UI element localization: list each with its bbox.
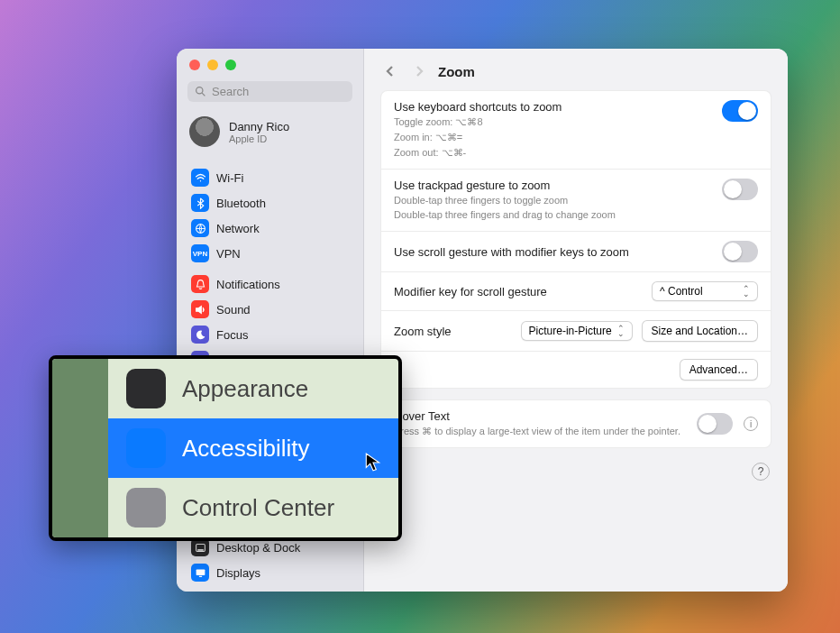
fullscreen-window-button[interactable] (225, 60, 236, 70)
zoom-style-value: Picture-in-Picture (529, 325, 612, 337)
sidebar-item-displays[interactable]: Displays (187, 560, 352, 585)
sidebar-item-label: Bluetooth (216, 197, 266, 210)
sound-icon (191, 300, 209, 318)
info-icon[interactable]: i (744, 417, 758, 431)
hover-text-panel: Hover Text Press ⌘ to display a large-te… (380, 399, 772, 448)
kb-shortcuts-line3: Zoom out: ⌥⌘- (394, 146, 711, 160)
hover-text-sub: Press ⌘ to display a large-text view of … (394, 425, 686, 438)
bluetooth-icon (191, 194, 209, 212)
cursor-icon (364, 453, 382, 476)
appearance-icon (126, 369, 166, 408)
modifier-key-value: ^ Control (660, 285, 703, 298)
account-name: Danny Rico (229, 120, 289, 133)
vpn-icon: VPN (191, 244, 209, 262)
pip-item-control-center[interactable]: Control Center (108, 478, 398, 537)
zoom-style-label: Zoom style (394, 325, 452, 338)
search-icon (195, 86, 206, 97)
kb-shortcuts-toggle[interactable] (722, 100, 758, 122)
sidebar-item-focus[interactable]: Focus (187, 322, 352, 347)
hover-text-toggle[interactable] (697, 413, 733, 435)
forward-button[interactable] (409, 61, 429, 81)
pip-item-accessibility[interactable]: Accessibility (108, 418, 398, 478)
titlebar: Zoom (364, 49, 788, 90)
sidebar-item-label: Displays (216, 566, 260, 580)
page-title: Zoom (438, 64, 475, 79)
kb-shortcuts-line1: Toggle zoom: ⌥⌘8 (394, 115, 711, 129)
pip-item-label: Appearance (182, 375, 308, 403)
search-placeholder: Search (212, 85, 249, 98)
sidebar-item-label: Notifications (216, 278, 280, 291)
zoom-pip-overlay: AppearanceAccessibilityControl Center (49, 355, 402, 541)
sidebar-item-sound[interactable]: Sound (187, 297, 352, 322)
sidebar-item-vpn[interactable]: VPNVPN (187, 241, 352, 266)
pip-edge (52, 359, 108, 537)
focus-icon (191, 326, 209, 344)
displays-icon (191, 564, 209, 582)
trackpad-gesture-toggle[interactable] (722, 179, 758, 200)
trackpad-line1: Double-tap three fingers to toggle zoom (394, 194, 711, 207)
chevron-updown-icon: ⌃⌄ (617, 326, 625, 336)
svg-rect-15 (196, 569, 205, 575)
help-button[interactable]: ? (752, 463, 770, 481)
pip-item-appearance[interactable]: Appearance (108, 359, 398, 418)
scroll-gesture-toggle[interactable] (722, 241, 758, 262)
hover-text-label: Hover Text (394, 409, 686, 423)
trackpad-line2: Double-tap three fingers and drag to cha… (394, 208, 711, 222)
network-icon (191, 219, 209, 237)
desktop-background: Search Danny Rico Apple ID Wi-FiBluetoot… (0, 0, 840, 633)
sidebar-item-network[interactable]: Network (187, 216, 352, 241)
pip-item-label: Accessibility (182, 435, 310, 463)
svg-rect-14 (197, 549, 204, 551)
sidebar-item-label: Focus (216, 328, 248, 342)
wifi-icon (191, 169, 209, 187)
trackpad-gesture-label: Use trackpad gesture to zoom (394, 179, 711, 192)
svg-point-0 (196, 87, 203, 94)
zoom-style-select[interactable]: Picture-in-Picture ⌃⌄ (521, 321, 633, 341)
chevron-updown-icon: ⌃⌄ (743, 286, 750, 297)
zoom-settings-panel: Use keyboard shortcuts to zoom Toggle zo… (380, 90, 772, 389)
sidebar-item-bluetooth[interactable]: Bluetooth (187, 190, 352, 216)
dock-icon (191, 538, 209, 556)
back-button[interactable] (380, 61, 400, 81)
avatar (189, 116, 220, 147)
kb-shortcuts-line2: Zoom in: ⌥⌘= (394, 131, 711, 144)
sidebar-item-label: Network (216, 222, 260, 235)
window-controls (187, 56, 352, 81)
minimize-window-button[interactable] (207, 60, 218, 70)
size-location-button[interactable]: Size and Location… (642, 320, 758, 342)
scroll-gesture-label: Use scroll gesture with modifier keys to… (394, 245, 629, 259)
sidebar-item-label: VPN (216, 247, 241, 261)
svg-line-1 (202, 93, 205, 96)
svg-rect-16 (198, 575, 201, 576)
advanced-button[interactable]: Advanced… (680, 359, 758, 381)
close-window-button[interactable] (189, 60, 200, 70)
modifier-key-label: Modifier key for scroll gesture (394, 285, 547, 298)
sidebar-item-wi-fi[interactable]: Wi-Fi (187, 165, 352, 190)
controlcenter-icon (126, 488, 166, 528)
apple-id-account[interactable]: Danny Rico Apple ID (187, 111, 352, 160)
main-pane: Zoom Use keyboard shortcuts to zoom Togg… (364, 49, 788, 592)
modifier-key-select[interactable]: ^ Control ⌃⌄ (652, 281, 758, 301)
pip-item-label: Control Center (182, 494, 334, 522)
sidebar-item-label: Wi-Fi (216, 171, 243, 185)
sidebar-item-notifications[interactable]: Notifications (187, 271, 352, 297)
sidebar-item-label: Desktop & Dock (216, 541, 300, 555)
account-sub: Apple ID (229, 133, 289, 144)
kb-shortcuts-label: Use keyboard shortcuts to zoom (394, 100, 711, 114)
search-input[interactable]: Search (187, 81, 352, 102)
notifications-icon (191, 275, 209, 293)
sidebar-item-label: Sound (216, 303, 251, 316)
accessibility-icon (126, 428, 166, 468)
